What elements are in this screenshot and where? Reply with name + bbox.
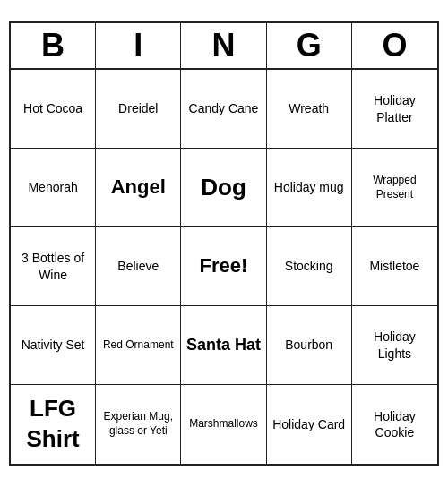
bingo-cell: Santa Hat [181, 306, 266, 385]
bingo-cell: Hot Cocoa [11, 70, 96, 149]
header-letter: O [352, 23, 437, 68]
bingo-cell: Holiday Platter [352, 70, 437, 149]
bingo-cell: Dog [181, 149, 266, 227]
bingo-cell: Experian Mug, glass or Yeti [96, 385, 181, 464]
bingo-cell: Holiday Card [267, 385, 352, 464]
bingo-cell: Mistletoe [352, 227, 437, 306]
header-letter: N [181, 23, 266, 68]
bingo-cell: Free! [181, 227, 266, 306]
bingo-cell: Wreath [267, 70, 352, 149]
bingo-cell: Dreidel [96, 70, 181, 149]
bingo-cell: Candy Cane [181, 70, 266, 149]
bingo-cell: Bourbon [267, 306, 352, 385]
bingo-cell: Marshmallows [181, 385, 266, 464]
header-letter: I [96, 23, 181, 68]
bingo-cell: 3 Bottles of Wine [11, 227, 96, 306]
bingo-card: BINGO Hot CocoaDreidelCandy CaneWreathHo… [9, 21, 439, 466]
bingo-cell: Stocking [267, 227, 352, 306]
bingo-cell: Holiday Lights [352, 306, 437, 385]
header-letter: G [267, 23, 352, 68]
bingo-cell: LFG Shirt [11, 385, 96, 464]
bingo-cell: Red Ornament [96, 306, 181, 385]
bingo-cell: Holiday mug [267, 149, 352, 227]
bingo-cell: Nativity Set [11, 306, 96, 385]
bingo-cell: Menorah [11, 149, 96, 227]
bingo-header: BINGO [11, 23, 437, 70]
bingo-cell: Angel [96, 149, 181, 227]
bingo-grid: Hot CocoaDreidelCandy CaneWreathHoliday … [11, 70, 437, 464]
bingo-cell: Believe [96, 227, 181, 306]
bingo-cell: Holiday Cookie [352, 385, 437, 464]
header-letter: B [11, 23, 96, 68]
bingo-cell: Wrapped Present [352, 149, 437, 227]
